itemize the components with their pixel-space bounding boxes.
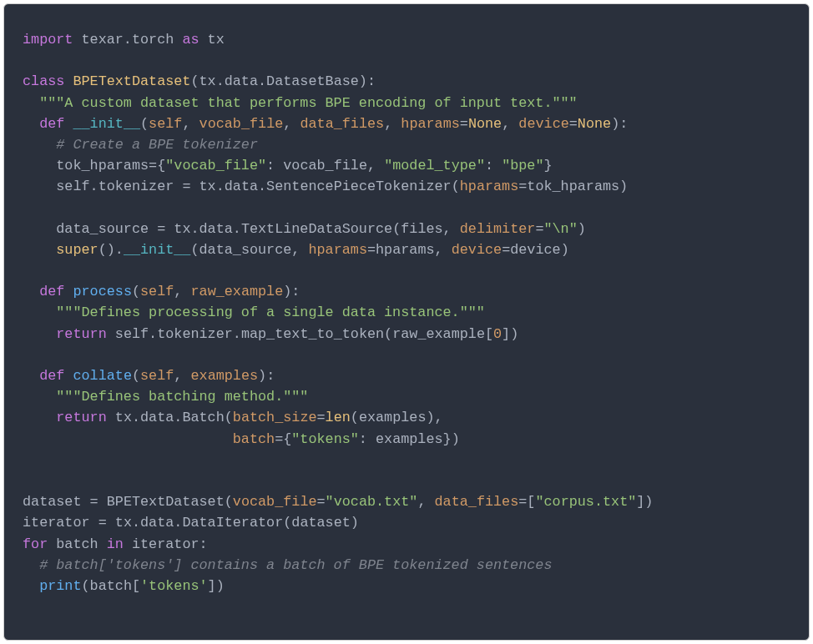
code-line: class BPETextDataset(tx.data.DatasetBase… [23, 73, 376, 89]
base-class: tx.data.DatasetBase [199, 73, 359, 89]
arg: examples [359, 410, 427, 425]
kw-return: return [56, 326, 106, 342]
code-line: for batch in iterator: [23, 536, 208, 552]
string: "vocab.txt" [326, 494, 418, 510]
comment: # Create a BPE tokenizer [56, 137, 258, 153]
super: super [56, 242, 98, 258]
code-line: return self.tokenizer.map_text_to_token(… [23, 326, 518, 342]
param: self [140, 284, 174, 299]
alias: tx [208, 32, 225, 48]
kw-return: return [56, 410, 106, 425]
kwarg: hparams [460, 179, 519, 194]
kw-import: import [23, 32, 73, 48]
string-key: 'tokens' [140, 578, 208, 594]
kw-as: as [182, 32, 199, 48]
docstring: """Defines processing of a single data i… [56, 304, 485, 320]
docstring: """Defines batching method.""" [56, 389, 308, 405]
code-line: """A custom dataset that performs BPE en… [23, 95, 578, 111]
code-block: import texar.torch as tx class BPETextDa… [3, 3, 810, 641]
var: batch [56, 536, 98, 552]
var: batch [90, 578, 132, 594]
call-path: tx.data.Batch [115, 410, 225, 425]
kwarg: hparams [308, 242, 367, 258]
func-name: collate [73, 368, 132, 384]
code-line: batch={"tokens": examples}) [23, 431, 460, 447]
index: 0 [493, 326, 502, 342]
param: vocab_file [199, 116, 284, 132]
var: tok_hparams [56, 158, 149, 174]
dict-val: vocab_file [283, 158, 367, 174]
kwarg: data_files [435, 494, 519, 510]
attr-chain: tokenizer.map_text_to_token [157, 326, 384, 342]
kwarg: batch [233, 431, 275, 447]
kwarg: hparams [401, 116, 460, 132]
param: self [140, 368, 174, 384]
code-line: iterator = tx.data.DataIterator(dataset) [23, 515, 359, 531]
arg: files [401, 221, 442, 237]
param: data_files [300, 116, 384, 132]
code-line: """Defines batching method.""" [23, 389, 308, 405]
arg: raw_example [392, 326, 485, 342]
code-line: print(batch['tokens']) [23, 578, 225, 594]
code-line: import texar.torch as tx [23, 32, 225, 48]
class-name: BPETextDataset [73, 73, 190, 89]
code-line: def __init__(self, vocab_file, data_file… [23, 116, 628, 132]
call-path: tx.data.SentencePieceTokenizer [199, 179, 452, 194]
iterable: iterator [132, 536, 199, 552]
call-path: tx.data.TextLineDataSource [174, 221, 392, 237]
kw-class: class [23, 73, 64, 89]
func-init: __init__ [73, 116, 140, 132]
kw-def: def [39, 368, 64, 384]
comment: # batch['tokens'] contains a batch of BP… [39, 557, 552, 573]
string: "corpus.txt" [535, 494, 636, 510]
kwarg: batch_size [233, 410, 317, 425]
param: self [149, 116, 182, 132]
code-line: # Create a BPE tokenizer [23, 137, 258, 153]
code-line: self.tokenizer = tx.data.SentencePieceTo… [23, 179, 628, 194]
code-line: def process(self, raw_example): [23, 284, 300, 299]
none: None [468, 116, 502, 132]
arg: device [510, 242, 560, 258]
kwarg: vocab_file [233, 494, 317, 510]
code-line: def collate(self, examples): [23, 368, 275, 384]
code-line: tok_hparams={"vocab_file": vocab_file, "… [23, 158, 553, 174]
module-path: texar.torch [82, 32, 174, 48]
self: self [115, 326, 149, 342]
arg: hparams [376, 242, 435, 258]
kwarg: device [518, 116, 568, 132]
code-line: super().__init__(data_source, hparams=hp… [23, 242, 569, 258]
self: self [56, 179, 89, 194]
class-call: BPETextDataset [107, 494, 225, 510]
dict-key: "model_type" [384, 158, 485, 174]
param: raw_example [190, 284, 283, 299]
kw-def: def [39, 116, 64, 132]
kw-for: for [23, 536, 48, 552]
code-line: return tx.data.Batch(batch_size=len(exam… [23, 410, 443, 425]
var: dataset [23, 494, 82, 510]
arg: dataset [291, 515, 351, 531]
dict-val: examples [376, 431, 443, 447]
arg: tok_hparams [527, 179, 619, 194]
code-line: dataset = BPETextDataset(vocab_file="voc… [23, 494, 653, 510]
var: data_source [56, 221, 149, 237]
param: examples [190, 368, 258, 384]
code-line: # batch['tokens'] contains a batch of BP… [23, 557, 552, 573]
kwarg: delimiter [460, 221, 536, 237]
none: None [578, 116, 611, 132]
kw-in: in [107, 536, 124, 552]
docstring: """A custom dataset that performs BPE en… [39, 95, 578, 111]
code-line: data_source = tx.data.TextLineDataSource… [23, 221, 586, 237]
arg: data_source [199, 242, 292, 258]
var: iterator [23, 515, 90, 531]
func-init: __init__ [124, 242, 191, 258]
kwarg: device [452, 242, 502, 258]
kw-def: def [39, 284, 64, 299]
string: "\n" [543, 221, 577, 237]
dict-key: "tokens" [291, 431, 359, 447]
builtin-len: len [326, 410, 351, 425]
func-name: process [73, 284, 132, 299]
code-line: """Defines processing of a single data i… [23, 304, 485, 320]
attr: tokenizer [98, 179, 174, 194]
dict-val: "bpe" [502, 158, 543, 174]
builtin-print: print [39, 578, 81, 594]
